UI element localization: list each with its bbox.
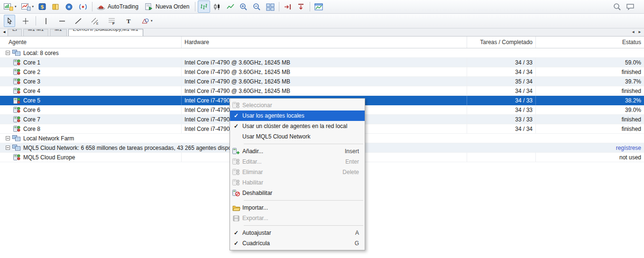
bars-icon — [200, 3, 208, 11]
candles-button[interactable] — [211, 0, 223, 13]
menu-item-label: Editar... — [242, 158, 345, 165]
agent-edit-icon — [230, 158, 242, 165]
menu-item-habilitar: Habilitar — [230, 177, 365, 188]
agent-row-core-4[interactable]: Core 4Intel Core i7-4790 @ 3.60GHz, 1624… — [0, 86, 644, 96]
chart-tab-label: M1 — [55, 29, 62, 32]
chart-tab-eurchf-dukascopy-m1-m1[interactable]: EURCHF,Dukascopy,M1 M1 — [68, 29, 143, 36]
agent-icon — [13, 107, 20, 113]
expander-icon — [6, 136, 10, 140]
agent-icon — [13, 69, 20, 75]
tab-scroll-left2-icon[interactable]: ◄ — [630, 30, 636, 35]
trendline-button[interactable] — [73, 15, 84, 27]
column-header-hardware[interactable]: Hardware — [182, 37, 467, 48]
agent-label: Core 7 — [23, 116, 40, 123]
navigator-icon — [65, 3, 74, 11]
navigator-button[interactable] — [63, 0, 75, 13]
tasks-cell: 34 / 33 — [467, 105, 536, 114]
shift-chart-button[interactable] — [282, 0, 294, 13]
menu-item-label: Deshabilitar — [242, 190, 359, 196]
agent-row-core-1[interactable]: Core 1Intel Core i7-4790 @ 3.60GHz, 1624… — [0, 58, 644, 67]
group-label: Local Network Farm — [23, 135, 74, 142]
tile-windows-button[interactable] — [264, 0, 276, 13]
agent-icon — [13, 59, 20, 65]
tab-scroll-right-icon[interactable]: ► — [636, 30, 643, 35]
crosshair-button[interactable] — [20, 15, 31, 27]
bars-button[interactable] — [198, 0, 210, 13]
menu-item-anadir[interactable]: Añadir...Insert — [230, 146, 365, 157]
new-order-button[interactable]: Nueva Orden — [143, 0, 193, 13]
tasks-cell: 34 / 34 — [467, 124, 536, 133]
shapes-button[interactable]: ▾ — [139, 15, 155, 27]
zoom-out-icon — [253, 3, 261, 11]
check-icon: ✓ — [230, 240, 242, 247]
horizontal-line-button[interactable] — [56, 15, 68, 27]
menu-item-usar-mql5-cloud-network[interactable]: Usar MQL5 Cloud Network — [230, 131, 365, 142]
menu-separator — [244, 225, 363, 226]
group-label: MQL5 Cloud Network: 6 658 millones de ta… — [23, 145, 246, 151]
equidistant-channel-icon: E — [91, 17, 99, 25]
tab-scroll-left-icon[interactable]: ◄ — [1, 30, 8, 35]
agent-row-core-3[interactable]: Core 3Intel Core i7-4790 @ 3.60GHz, 1624… — [0, 77, 644, 86]
svg-text:E: E — [96, 22, 99, 25]
menu-item-deshabilitar[interactable]: Deshabilitar — [230, 188, 365, 198]
chart-tab-m1[interactable]: M1 — [50, 29, 66, 36]
status-cell: regístrese — [536, 143, 644, 152]
shift-end-button[interactable] — [295, 0, 307, 13]
column-header-agente[interactable]: Agente — [0, 37, 182, 48]
profiles-button[interactable]: ▾ — [19, 0, 36, 13]
cursor-icon — [6, 17, 13, 25]
menu-shortcut: Insert — [345, 148, 365, 155]
check-icon: ✓ — [230, 230, 242, 236]
group-label: Local: 8 cores — [23, 50, 59, 56]
menu-item-label: Usar los agentes locales — [242, 112, 359, 119]
save-icon — [230, 215, 242, 221]
chart-tab-el[interactable]: El — [8, 29, 22, 36]
toolbar-separator — [92, 2, 92, 11]
agent-label: Core 1 — [23, 59, 40, 66]
agent-name-cell: Core 8 — [0, 124, 182, 133]
search-button[interactable] — [611, 0, 623, 13]
status-cell: 59.0% — [536, 58, 644, 67]
menu-item-usar-un-cluster-de-agentes-en-la-red-loc[interactable]: ✓Usar un clúster de agentes en la red lo… — [230, 121, 365, 131]
hardware-cell: Intel Core i7-4790 @ 3.60GHz, 16245 MB — [182, 67, 467, 76]
cursor-button[interactable] — [4, 15, 15, 27]
menu-item-exportar: Exportar... — [230, 213, 365, 223]
metaeditor-button[interactable] — [50, 0, 62, 13]
zoom-in-button[interactable] — [238, 0, 250, 13]
vertical-line-icon — [42, 17, 50, 25]
equidistant-channel-button[interactable]: E — [89, 15, 101, 27]
zoom-out-button[interactable] — [251, 0, 263, 13]
agent-row-core-2[interactable]: Core 2Intel Core i7-4790 @ 3.60GHz, 1624… — [0, 67, 644, 77]
agent-name-cell: MQL5 Cloud Europe — [0, 153, 182, 162]
check-icon: ✓ — [230, 112, 242, 119]
indicators-button[interactable] — [313, 0, 325, 13]
vertical-line-button[interactable] — [40, 15, 52, 27]
menu-item-label: Autoajustar — [242, 230, 355, 236]
column-header-estatus[interactable]: Estatus — [536, 37, 644, 48]
signals-button[interactable] — [76, 0, 90, 13]
menu-shortcut: Delete — [342, 169, 365, 175]
line-chart-button[interactable] — [224, 0, 237, 13]
menu-item-label: Exportar... — [242, 215, 359, 221]
menu-item-autoajustar[interactable]: ✓AutoajustarA — [230, 228, 365, 238]
status-cell: 38.2% — [536, 96, 644, 105]
fibonacci-button[interactable]: F — [106, 15, 118, 27]
menu-item-importar[interactable]: Importar... — [230, 203, 365, 213]
menu-shortcut: A — [355, 230, 365, 236]
group-row-local-8-cores[interactable]: Local: 8 cores — [0, 48, 644, 58]
new-chart-button[interactable]: ▾ — [2, 0, 18, 13]
svg-text:F: F — [112, 21, 115, 25]
symbols-button[interactable]: $ — [37, 0, 49, 13]
column-header-tareas[interactable]: Tareas / Completado — [467, 37, 536, 48]
agent-name-cell: Core 7 — [0, 115, 182, 124]
registrese-link[interactable]: regístrese — [616, 145, 641, 151]
shift-chart-icon — [284, 3, 292, 11]
menu-item-eliminar: EliminarDelete — [230, 167, 365, 177]
autotrading-button[interactable]: AutoTrading — [95, 0, 142, 13]
text-label-button[interactable]: T — [123, 15, 134, 27]
toolbar-separator — [279, 2, 279, 11]
menu-item-usar-los-agentes-locales[interactable]: ✓Usar los agentes locales — [230, 111, 365, 121]
chart-tab-m1-m1[interactable]: M1 M1 — [23, 29, 49, 36]
chat-button[interactable] — [624, 0, 637, 13]
menu-item-cuadricula[interactable]: ✓CuadrículaG — [230, 238, 365, 249]
